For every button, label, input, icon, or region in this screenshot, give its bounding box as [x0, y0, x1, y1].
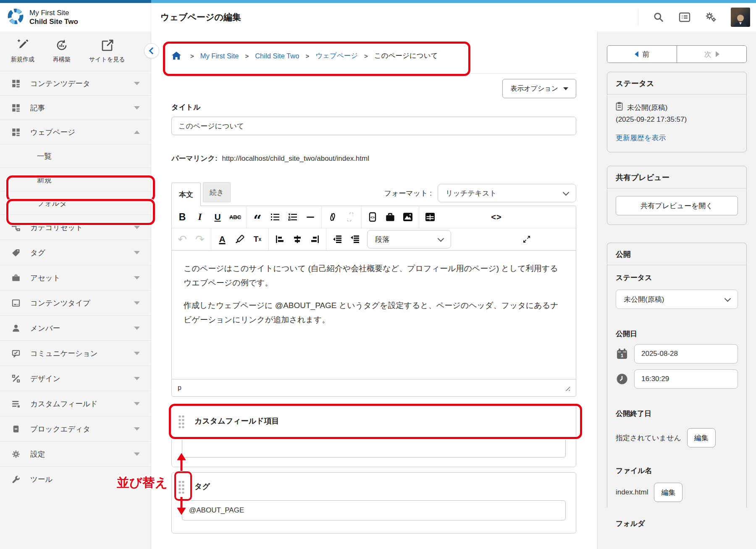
redo-button[interactable]: ↷: [191, 230, 209, 248]
edit-filename-button[interactable]: 編集: [654, 483, 682, 502]
indent-button[interactable]: [328, 230, 346, 248]
drag-handle-icon[interactable]: [178, 414, 184, 428]
filename-value: index.html: [616, 488, 648, 497]
sidebar-item-tags[interactable]: タグ: [0, 240, 151, 265]
sidebar-item-tools[interactable]: ツール: [0, 466, 151, 491]
gear-icon: [11, 450, 21, 458]
sidebar-item-webpages-list[interactable]: 一覧: [0, 144, 151, 167]
sidebar-item-custom-fields[interactable]: カスタムフィールド: [0, 391, 151, 416]
chevron-down-icon: [563, 189, 570, 196]
custom-field-input[interactable]: [182, 437, 566, 458]
ordered-list-button[interactable]: [284, 208, 302, 226]
tags-input[interactable]: [182, 500, 566, 520]
shared-preview-panel: 共有プレビュー 共有プレビューを開く: [607, 166, 747, 225]
history-link[interactable]: 更新履歴を表示: [616, 133, 738, 143]
grid-icon: [11, 79, 21, 88]
clear-format-button[interactable]: Tx: [249, 230, 266, 248]
sidebar-item-content-types[interactable]: コンテンツタイプ: [0, 290, 151, 315]
chevron-down-icon: [438, 235, 444, 242]
pencil-plus-icon: [16, 39, 29, 53]
rebuild-button[interactable]: 再構築: [53, 39, 71, 63]
element-path: p: [178, 384, 181, 392]
font-color-button[interactable]: A: [213, 230, 231, 248]
sidebar-item-settings[interactable]: 設定: [0, 441, 151, 466]
edit-unpublish-date-button[interactable]: 編集: [687, 428, 716, 447]
horizontal-rule-button[interactable]: [302, 208, 319, 226]
strikethrough-button[interactable]: ABC: [226, 208, 244, 226]
publish-date-input[interactable]: 2025-08-28: [634, 344, 738, 363]
permalink: パーマリンク: http://localhost/child_site_two/…: [171, 154, 576, 165]
sidebar-item-communication[interactable]: コミュニケーション: [0, 340, 151, 366]
drag-handle-icon[interactable]: [178, 480, 184, 494]
tab-body[interactable]: 本文: [171, 183, 201, 206]
permalink-url: http://localhost/child_site_two/about/in…: [222, 154, 369, 162]
sidebar-item-assets[interactable]: アセット: [0, 265, 151, 290]
chevron-down-icon: [134, 402, 140, 405]
insert-file-icon[interactable]: <>: [364, 208, 381, 226]
breadcrumb: > My First Site > Child Site Two > ウェブペー…: [171, 43, 576, 68]
publish-panel: 公開 ステータス 未公開(原稿) 公開日 1 2025-08-28: [607, 243, 747, 507]
sidebar-collapse-button[interactable]: [144, 43, 159, 58]
insert-image-icon[interactable]: [399, 208, 417, 226]
italic-button[interactable]: I: [191, 208, 209, 226]
settings-gears-icon[interactable]: [705, 11, 717, 23]
blockquote-button[interactable]: “: [249, 205, 266, 229]
paragraph-select[interactable]: 段落: [367, 230, 451, 248]
create-new-button[interactable]: 新規作成: [11, 39, 34, 63]
editor-body[interactable]: このページはこのサイトについて (自己紹介や会社概要など、プロフィール用のページ…: [172, 251, 576, 379]
view-site-button[interactable]: サイトを見る: [89, 39, 125, 63]
sidebar-item-category-set[interactable]: カテゴリセット: [0, 214, 151, 240]
bold-button[interactable]: B: [173, 208, 191, 226]
calendar-icon: 1: [616, 348, 628, 360]
sidebar-item-webpages-new[interactable]: 新規: [0, 167, 151, 191]
sidebar-item-webpages-folder[interactable]: フォルダ: [0, 191, 151, 214]
align-center-button[interactable]: [289, 230, 306, 248]
user-avatar[interactable]: [731, 8, 750, 27]
insert-asset-icon[interactable]: [381, 208, 399, 226]
home-icon[interactable]: [171, 51, 181, 60]
page-list-icon[interactable]: [679, 11, 690, 23]
code-view-button[interactable]: <>: [488, 208, 505, 226]
chevron-down-icon: [134, 226, 140, 229]
prev-button[interactable]: 前: [607, 46, 677, 63]
current-site-name: Child Site Two: [29, 17, 78, 26]
sidebar-item-content-data[interactable]: コンテンツデータ: [0, 71, 151, 95]
chevron-down-icon: [134, 276, 140, 280]
unlink-icon[interactable]: [341, 208, 359, 226]
bullet-list-button[interactable]: [266, 208, 284, 226]
underline-button[interactable]: U: [209, 208, 226, 226]
open-shared-preview-button[interactable]: 共有プレビューを開く: [616, 196, 738, 215]
title-input[interactable]: [171, 117, 576, 135]
next-button[interactable]: 次: [677, 46, 746, 63]
sidebar-item-design[interactable]: デザイン: [0, 366, 151, 391]
category-set-icon: [11, 223, 21, 232]
unpublish-date-value: 指定されていません: [616, 433, 681, 443]
sidebar-item-block-editor[interactable]: ブロックエディタ: [0, 416, 151, 441]
block-editor-icon: [11, 425, 21, 433]
align-right-button[interactable]: [306, 230, 324, 248]
view-site-label: サイトを見る: [89, 56, 125, 63]
breadcrumb-link-site[interactable]: My First Site: [200, 52, 239, 60]
breadcrumb-link-child-site[interactable]: Child Site Two: [255, 52, 299, 60]
search-icon[interactable]: [653, 11, 664, 23]
sidebar-item-webpages[interactable]: ウェブページ: [0, 120, 151, 144]
tab-extended[interactable]: 続き: [203, 182, 231, 202]
display-options-button[interactable]: 表示オプション: [502, 79, 576, 98]
breadcrumb-link-webpages[interactable]: ウェブページ: [315, 51, 358, 60]
resize-grip-icon[interactable]: [564, 385, 570, 391]
format-select[interactable]: リッチテキスト: [438, 184, 576, 202]
outdent-button[interactable]: [346, 230, 364, 248]
insert-table-icon[interactable]: [421, 208, 439, 226]
logo-block[interactable]: My First Site Child Site Two: [0, 3, 151, 31]
tags-label: タグ: [194, 481, 210, 491]
align-left-button[interactable]: [271, 230, 289, 248]
fullscreen-icon[interactable]: [518, 230, 536, 248]
status-panel: ステータス 未公開(原稿) (2025-09-22 17:35:57) 更新履歴…: [607, 72, 747, 152]
highlighter-icon[interactable]: [231, 230, 249, 248]
sidebar-item-articles[interactable]: 記事: [0, 95, 151, 120]
publish-status-select[interactable]: 未公開(原稿): [616, 290, 738, 309]
link-icon[interactable]: [324, 208, 341, 226]
sidebar-item-members[interactable]: メンバー: [0, 315, 151, 340]
publish-time-input[interactable]: 16:30:29: [634, 369, 738, 389]
undo-button[interactable]: ↶: [173, 230, 191, 248]
